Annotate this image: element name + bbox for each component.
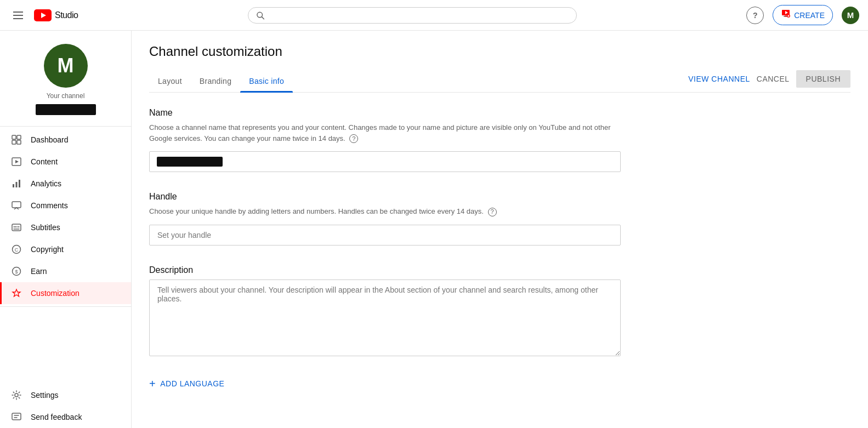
publish-button[interactable]: PUBLISH	[796, 70, 850, 88]
sidebar-bottom-section: Settings Send feedback	[0, 384, 131, 428]
handle-help-icon[interactable]: ?	[488, 208, 497, 216]
page-title: Channel customization	[149, 44, 850, 59]
sidebar-item-copyright[interactable]: C Copyright	[0, 238, 131, 260]
app-header: Studio ?	[0, 0, 868, 31]
sidebar-earn-label: Earn	[31, 267, 47, 276]
name-help-icon[interactable]: ?	[349, 134, 358, 143]
svg-rect-31	[12, 413, 21, 420]
header-left: Studio	[9, 7, 78, 24]
svg-rect-13	[17, 135, 21, 139]
logo-container[interactable]: Studio	[34, 9, 78, 21]
svg-rect-14	[12, 140, 16, 144]
sidebar-item-earn[interactable]: $ Earn	[0, 260, 131, 282]
channel-name-redacted	[36, 104, 96, 115]
sidebar-item-subtitles[interactable]: Subtitles	[0, 216, 131, 238]
sidebar-item-dashboard[interactable]: Dashboard	[0, 129, 131, 151]
main-content: Channel customization Layout Branding Ba…	[132, 31, 868, 428]
customization-icon	[11, 288, 22, 299]
name-input[interactable]	[149, 151, 621, 172]
name-section-description: Choose a channel name that represents yo…	[149, 122, 621, 144]
channel-avatar[interactable]: M	[44, 44, 88, 88]
comments-icon	[11, 200, 22, 211]
youtube-logo-icon	[34, 9, 52, 21]
svg-point-30	[15, 393, 18, 397]
name-section: Name Choose a channel name that represen…	[149, 108, 643, 172]
sidebar-divider-top	[0, 126, 131, 127]
cancel-button[interactable]: CANCEL	[757, 75, 790, 83]
tabs-row: Layout Branding Basic info VIEW CHANNEL …	[149, 70, 850, 93]
dashboard-icon	[11, 134, 22, 145]
sidebar-item-customization[interactable]: Customization	[0, 282, 131, 304]
user-avatar[interactable]: M	[842, 7, 859, 24]
sidebar-comments-label: Comments	[31, 201, 68, 210]
feedback-icon	[11, 412, 22, 423]
tab-actions: VIEW CHANNEL CANCEL PUBLISH	[688, 70, 850, 92]
create-plus-icon	[781, 9, 791, 21]
sidebar-item-settings[interactable]: Settings	[0, 384, 131, 406]
add-language-button[interactable]: + ADD LANGUAGE	[149, 378, 224, 390]
copyright-icon: C	[11, 244, 22, 255]
sidebar-feedback-label: Send feedback	[31, 413, 82, 421]
form-content: Name Choose a channel name that represen…	[149, 93, 643, 406]
tab-branding[interactable]: Branding	[191, 70, 240, 92]
tab-layout[interactable]: Layout	[149, 70, 191, 92]
header-search-container	[248, 7, 577, 24]
description-textarea[interactable]	[149, 279, 621, 356]
svg-rect-18	[13, 184, 14, 187]
subtitles-icon	[11, 222, 22, 233]
add-language-plus-icon: +	[149, 378, 156, 390]
search-icon	[256, 11, 264, 20]
svg-rect-19	[16, 182, 18, 187]
svg-marker-17	[15, 160, 19, 163]
sidebar: M Your channel Dashboard Content	[0, 31, 132, 428]
svg-rect-22	[12, 224, 21, 231]
search-wrapper	[248, 7, 577, 24]
description-section: Description	[149, 265, 643, 358]
channel-info-section: M Your channel	[0, 35, 131, 124]
name-section-title: Name	[149, 108, 643, 118]
header-right: ? CREATE M	[746, 5, 859, 25]
sidebar-analytics-label: Analytics	[31, 179, 61, 188]
create-label: CREATE	[794, 11, 825, 20]
svg-rect-15	[17, 140, 21, 144]
add-language-label: ADD LANGUAGE	[160, 379, 224, 388]
analytics-icon	[11, 178, 22, 189]
sidebar-item-content[interactable]: Content	[0, 151, 131, 173]
studio-label: Studio	[55, 10, 78, 20]
svg-rect-12	[12, 135, 16, 139]
sidebar-item-analytics[interactable]: Analytics	[0, 173, 131, 195]
settings-icon	[11, 390, 22, 401]
handle-section-description: Choose your unique handle by adding lett…	[149, 206, 621, 217]
sidebar-settings-label: Settings	[31, 391, 59, 400]
sidebar-content-label: Content	[31, 157, 58, 166]
tab-basic-info[interactable]: Basic info	[240, 70, 293, 92]
svg-line-3	[262, 16, 264, 19]
handle-section: Handle Choose your unique handle by addi…	[149, 192, 643, 246]
handle-input[interactable]	[149, 225, 621, 246]
sidebar-divider-bottom	[0, 306, 131, 307]
svg-text:$: $	[15, 269, 18, 275]
sidebar-item-feedback[interactable]: Send feedback	[0, 406, 131, 428]
help-button[interactable]: ?	[746, 7, 764, 24]
svg-rect-20	[19, 180, 20, 187]
svg-rect-8	[785, 15, 787, 17]
earn-icon: $	[11, 266, 22, 277]
channel-label: Your channel	[47, 92, 85, 100]
sidebar-dashboard-label: Dashboard	[31, 135, 69, 144]
create-button[interactable]: CREATE	[773, 5, 833, 25]
content-icon	[11, 156, 22, 167]
sidebar-customization-label: Customization	[31, 289, 80, 298]
description-section-title: Description	[149, 265, 643, 275]
svg-rect-21	[12, 202, 21, 208]
handle-section-title: Handle	[149, 192, 643, 202]
svg-text:C: C	[15, 247, 19, 253]
hamburger-menu[interactable]	[9, 7, 27, 24]
view-channel-button[interactable]: VIEW CHANNEL	[688, 75, 750, 83]
sidebar-copyright-label: Copyright	[31, 245, 64, 254]
name-input-wrapper	[149, 151, 621, 172]
sidebar-subtitles-label: Subtitles	[31, 223, 60, 232]
search-input[interactable]	[269, 11, 569, 20]
sidebar-item-comments[interactable]: Comments	[0, 195, 131, 216]
